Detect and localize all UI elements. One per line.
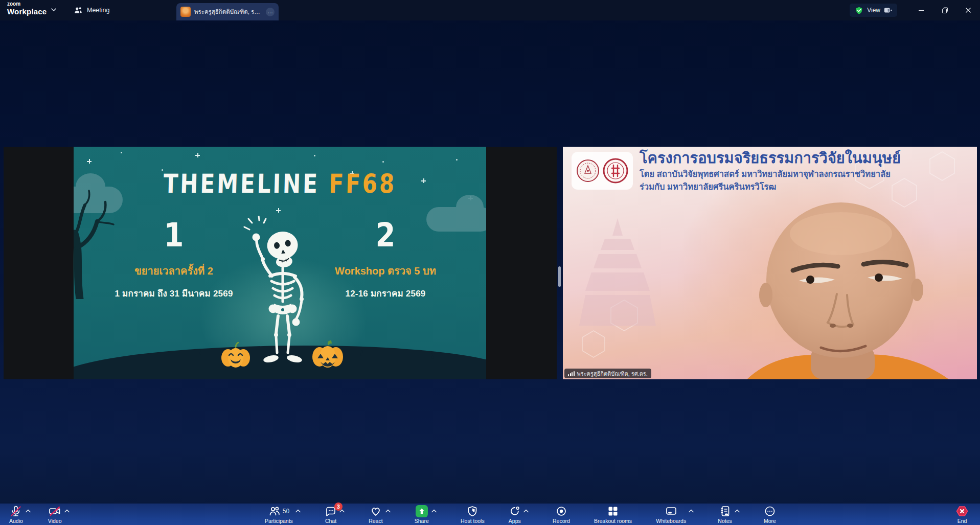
notes-menu-chevron-icon[interactable]: [735, 509, 740, 513]
sparkle-icon: [87, 159, 92, 164]
participant-name-tag: พระครูสุธีกิตติบัณฑิต, รศ.ดร.: [564, 369, 651, 378]
share-tab-avatar: [180, 7, 191, 17]
tab-meeting[interactable]: Meeting: [70, 0, 113, 20]
view-layout-icon: [884, 7, 892, 14]
participants-button[interactable]: 50 Participants: [265, 505, 293, 524]
notes-icon: [719, 505, 731, 517]
shared-screen-panel[interactable]: THEMELINE FF68 1 ขยายเวลาครั้งที่ 2 1 มก…: [4, 147, 557, 379]
participant-name: พระครูสุธีกิตติบัณฑิต, รศ.ดร.: [577, 369, 648, 378]
end-button[interactable]: End: [955, 505, 969, 524]
window-controls: [909, 0, 980, 20]
slide-title: THEMELINE FF68: [74, 169, 486, 199]
pagoda-silhouette: [574, 218, 661, 326]
university-seal-2: [603, 158, 628, 184]
audio-button[interactable]: Audio: [9, 505, 23, 524]
close-button[interactable]: [956, 0, 980, 20]
titlebar: zoom Workplace Meeting พระครูสุธีกิตติบั…: [0, 0, 980, 20]
end-label: End: [958, 518, 967, 524]
university-seal-1: [576, 159, 600, 182]
apps-button[interactable]: Apps: [509, 505, 521, 524]
camera-muted-icon: [48, 505, 61, 517]
participants-label: Participants: [265, 518, 293, 524]
connection-icon: [568, 371, 575, 376]
react-menu-chevron-icon[interactable]: [385, 509, 391, 513]
host-tools-shield-icon: [466, 505, 478, 517]
apps-label: Apps: [509, 518, 521, 524]
breakout-rooms-label: Breakout rooms: [594, 518, 632, 524]
meeting-people-icon: [74, 6, 83, 15]
react-label: React: [369, 518, 382, 524]
participants-menu-chevron-icon[interactable]: [295, 509, 301, 513]
video-menu-chevron-icon[interactable]: [64, 509, 70, 513]
breakout-rooms-button[interactable]: Breakout rooms: [594, 505, 632, 524]
logo-zoom-text: zoom: [7, 2, 47, 7]
slide-item-1-date: 1 มกราคม ถึง 31 มีนาคม 2569: [97, 286, 250, 300]
sparkle-icon: [276, 208, 281, 213]
participant-video-panel[interactable]: โครงการอบรมจริยธรรมการวิจัยในมนุษย์ โดย …: [563, 147, 977, 379]
breakout-rooms-icon: [607, 505, 619, 517]
host-tools-label: Host tools: [461, 518, 485, 524]
shared-slide: THEMELINE FF68 1 ขยายเวลาครั้งที่ 2 1 มก…: [74, 147, 486, 379]
record-label: Record: [553, 518, 570, 524]
meeting-tab-label: Meeting: [87, 7, 109, 14]
meeting-toolbar: Audio Video: [0, 504, 980, 525]
whiteboards-button[interactable]: Whiteboards: [656, 505, 686, 524]
more-icon: [764, 505, 776, 517]
apps-menu-chevron-icon[interactable]: [523, 509, 529, 513]
record-button[interactable]: Record: [553, 505, 570, 524]
zoom-workplace-logo: zoom Workplace: [7, 2, 47, 16]
view-button[interactable]: View: [850, 4, 897, 17]
end-icon: [955, 505, 969, 517]
banner-title: โครงการอบรมจริยธรรมการวิจัยในมนุษย์: [640, 150, 972, 167]
audio-menu-chevron-icon[interactable]: [26, 509, 31, 513]
chat-button[interactable]: 3 Chat: [325, 505, 337, 524]
share-label: Share: [415, 518, 429, 524]
banner-line1: โดย สถาบันวิจัยพุทธศาสตร์ มหาวิทยาลัยมหา…: [640, 169, 972, 179]
star-dot: [456, 159, 458, 161]
share-tab-more-button[interactable]: …: [266, 8, 275, 16]
workspace-chevron-down-icon[interactable]: [50, 6, 57, 13]
notes-button[interactable]: Notes: [718, 505, 732, 524]
star-dot: [121, 152, 122, 153]
slide-title-main: THEMELINE: [163, 169, 320, 199]
security-shield-icon: [855, 6, 863, 15]
slide-title-accent: FF68: [329, 169, 397, 199]
chat-label: Chat: [325, 518, 336, 524]
close-icon: [965, 7, 971, 13]
panel-resize-handle[interactable]: [558, 266, 561, 287]
participant-portrait: [716, 202, 977, 379]
mic-muted-icon: [10, 505, 22, 517]
whiteboards-menu-chevron-icon[interactable]: [689, 509, 694, 513]
notes-label: Notes: [718, 518, 732, 524]
participants-icon: [268, 505, 281, 517]
whiteboards-icon: [665, 505, 677, 517]
apps-icon: [509, 505, 521, 517]
slide-item-1-number: 1: [97, 216, 250, 254]
react-button[interactable]: React: [369, 505, 382, 524]
slide-item-1-heading: ขยายเวลาครั้งที่ 2: [97, 263, 250, 279]
more-button[interactable]: More: [764, 505, 776, 524]
share-tab-title: พระครูสุธีกิตติบัณฑิต, รศ.ดร.'s screen: [194, 7, 262, 16]
participants-count: 50: [283, 508, 289, 515]
share-menu-chevron-icon[interactable]: [431, 509, 437, 513]
tab-shared-screen[interactable]: พระครูสุธีกิตติบัณฑิต, รศ.ดร.'s screen …: [176, 3, 279, 20]
video-button[interactable]: Video: [48, 505, 62, 524]
slide-item-1: 1 ขยายเวลาครั้งที่ 2 1 มกราคม ถึง 31 มีน…: [97, 218, 250, 300]
share-button[interactable]: Share: [415, 505, 429, 524]
video-label: Video: [48, 518, 62, 524]
star-dot: [382, 161, 384, 163]
view-button-label: View: [867, 7, 880, 14]
host-tools-button[interactable]: Host tools: [461, 505, 485, 524]
sparkle-icon: [195, 153, 200, 157]
pumpkin-jack-icon: [312, 339, 344, 369]
restore-button[interactable]: [933, 0, 956, 20]
heart-icon: [370, 505, 382, 517]
minimize-icon: [918, 7, 924, 13]
banner-text: โครงการอบรมจริยธรรมการวิจัยในมนุษย์ โดย …: [640, 150, 972, 192]
more-label: More: [764, 518, 776, 524]
record-icon: [555, 505, 567, 517]
banner-line2: ร่วมกับ มหาวิทยาลัยศรีนครินทรวิโรฒ: [640, 181, 972, 192]
minimize-button[interactable]: [909, 0, 933, 20]
star-dot: [314, 155, 315, 156]
pumpkin-happy-icon: [221, 342, 250, 369]
